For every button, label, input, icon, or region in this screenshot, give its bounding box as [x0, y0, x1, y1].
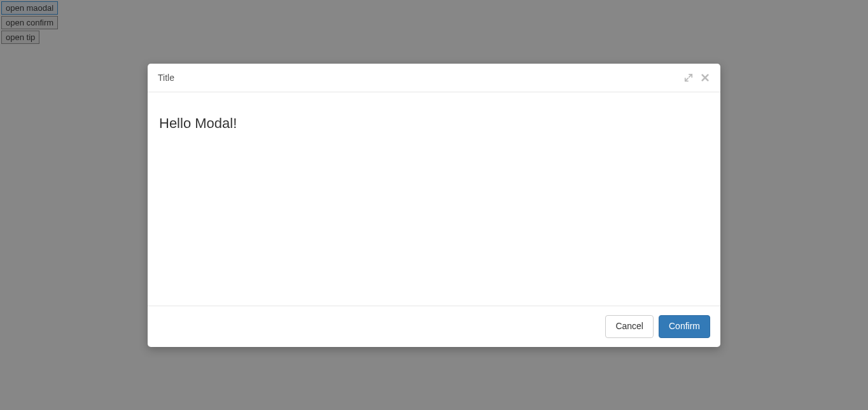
modal-body-text: Hello Modal!	[159, 115, 709, 132]
cancel-button[interactable]: Cancel	[605, 315, 654, 338]
modal-overlay[interactable]: Title Hello Modal! Cancel Con	[0, 0, 868, 410]
confirm-button[interactable]: Confirm	[659, 315, 710, 338]
modal-title: Title	[158, 73, 174, 83]
modal-body: Hello Modal!	[148, 92, 720, 306]
modal-header-actions	[683, 73, 710, 83]
modal-dialog: Title Hello Modal! Cancel Con	[148, 64, 720, 347]
close-icon[interactable]	[700, 73, 710, 83]
modal-footer: Cancel Confirm	[148, 306, 720, 347]
expand-icon[interactable]	[683, 73, 694, 83]
modal-header: Title	[148, 64, 720, 92]
